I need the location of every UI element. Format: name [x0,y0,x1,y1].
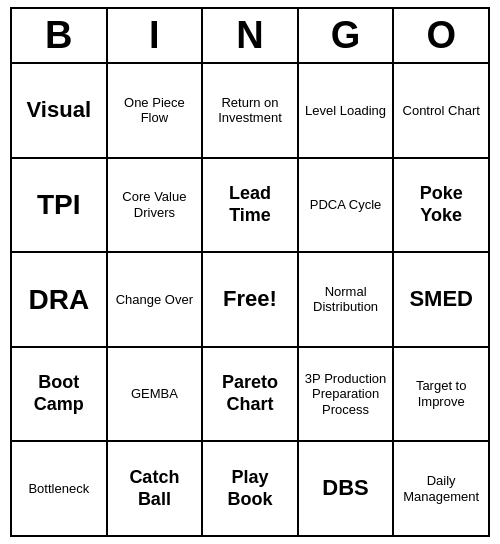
bingo-cell-2-0: DRA [12,253,108,346]
bingo-cell-0-4: Control Chart [394,64,488,157]
bingo-cell-4-3: DBS [299,442,395,535]
bingo-row-4: BottleneckCatch BallPlay BookDBSDaily Ma… [12,442,488,535]
bingo-header: BINGO [12,9,488,64]
bingo-cell-2-1: Change Over [108,253,204,346]
header-letter-i: I [108,9,204,62]
bingo-cell-4-0: Bottleneck [12,442,108,535]
bingo-cell-4-4: Daily Management [394,442,488,535]
bingo-row-3: Boot CampGEMBAPareto Chart3P Production … [12,348,488,443]
bingo-cell-3-3: 3P Production Preparation Process [299,348,395,441]
bingo-cell-1-1: Core Value Drivers [108,159,204,252]
bingo-cell-3-1: GEMBA [108,348,204,441]
bingo-card: BINGO VisualOne Piece FlowReturn on Inve… [10,7,490,537]
bingo-cell-1-0: TPI [12,159,108,252]
bingo-row-2: DRAChange OverFree!Normal DistributionSM… [12,253,488,348]
bingo-cell-0-0: Visual [12,64,108,157]
header-letter-g: G [299,9,395,62]
bingo-cell-4-1: Catch Ball [108,442,204,535]
bingo-cell-0-3: Level Loading [299,64,395,157]
header-letter-b: B [12,9,108,62]
bingo-cell-0-2: Return on Investment [203,64,299,157]
bingo-cell-1-4: Poke Yoke [394,159,488,252]
header-letter-o: O [394,9,488,62]
bingo-cell-1-2: Lead Time [203,159,299,252]
bingo-cell-1-3: PDCA Cycle [299,159,395,252]
bingo-row-1: TPICore Value DriversLead TimePDCA Cycle… [12,159,488,254]
bingo-cell-0-1: One Piece Flow [108,64,204,157]
bingo-cell-2-2: Free! [203,253,299,346]
bingo-grid: VisualOne Piece FlowReturn on Investment… [12,64,488,535]
bingo-cell-2-3: Normal Distribution [299,253,395,346]
bingo-cell-3-2: Pareto Chart [203,348,299,441]
bingo-cell-3-4: Target to Improve [394,348,488,441]
bingo-cell-2-4: SMED [394,253,488,346]
bingo-cell-4-2: Play Book [203,442,299,535]
header-letter-n: N [203,9,299,62]
bingo-cell-3-0: Boot Camp [12,348,108,441]
bingo-row-0: VisualOne Piece FlowReturn on Investment… [12,64,488,159]
